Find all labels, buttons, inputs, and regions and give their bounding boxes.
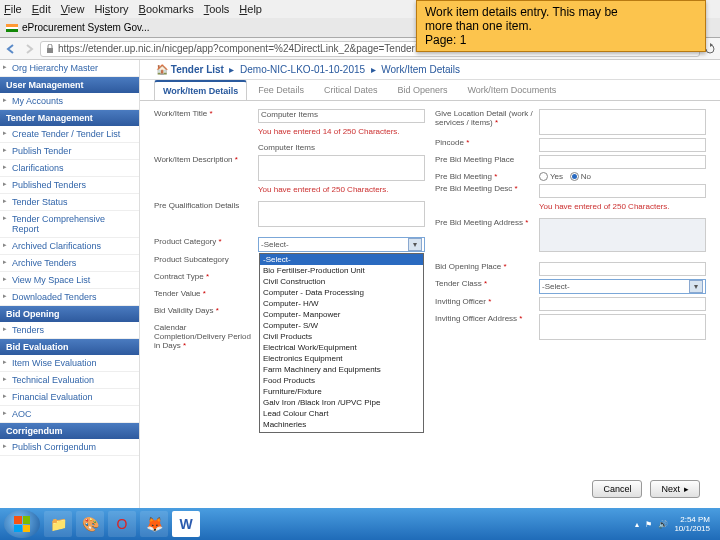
lbl-meet-addr: Pre Bid Meeting Address * — [435, 218, 535, 227]
menu-help[interactable]: Help — [239, 3, 262, 15]
back-icon[interactable] — [4, 42, 18, 56]
dropdown-option[interactable]: Civil Construction — [260, 276, 423, 287]
dropdown-option[interactable]: Food Products — [260, 375, 423, 386]
chevron-down-icon[interactable]: ▾ — [408, 238, 422, 251]
sidebar-item[interactable]: Publish Tender — [0, 143, 139, 160]
sidebar-item[interactable]: Downloaded Tenders — [0, 289, 139, 306]
menu-history[interactable]: History — [94, 3, 128, 15]
input-work-desc[interactable] — [258, 155, 425, 181]
input-pincode[interactable] — [539, 138, 706, 152]
menu-file[interactable]: FFileile — [4, 3, 22, 15]
sidebar-item-accounts[interactable]: My Accounts — [0, 93, 139, 110]
sidebar-item[interactable]: Tender Status — [0, 194, 139, 211]
tab-docs[interactable]: Work/Item Documents — [458, 80, 565, 100]
sidebar-item[interactable]: Tender Comprehensive Report — [0, 211, 139, 238]
forward-icon[interactable] — [22, 42, 36, 56]
dropdown-option[interactable]: Civil Products — [260, 331, 423, 342]
taskbar-opera-icon[interactable]: O — [108, 511, 136, 537]
tab-title: eProcurement System Gov... — [22, 22, 150, 33]
next-button[interactable]: Next ▸ — [650, 480, 700, 498]
lbl-off-addr: Inviting Officer Address * — [435, 314, 535, 323]
sidebar-item[interactable]: Archived Clarifications — [0, 238, 139, 255]
start-button[interactable] — [4, 510, 40, 538]
lbl-tvalue: Tender Value * — [154, 289, 254, 298]
input-off-addr[interactable] — [539, 314, 706, 340]
dropdown-option[interactable]: Computer- S/W — [260, 320, 423, 331]
windows-taskbar: 📁 🎨 O 🦊 W ▴ ⚑ 🔊 2:54 PM 10/1/2015 — [0, 508, 720, 540]
prodcat-dropdown: -Select-Bio Fertiliser-Production UnitCi… — [259, 253, 424, 433]
input-meet-desc[interactable] — [539, 184, 706, 198]
cancel-button[interactable]: Cancel — [592, 480, 642, 498]
dropdown-option[interactable]: Farm Machinery and Equipments — [260, 364, 423, 375]
lbl-prequal: Pre Qualification Details — [154, 201, 254, 210]
dropdown-option[interactable]: Lead Colour Chart — [260, 408, 423, 419]
taskbar-explorer-icon[interactable]: 📁 — [44, 511, 72, 537]
form-tabs: Work/Item Details Fee Details Critical D… — [140, 80, 720, 101]
radio-yes[interactable] — [539, 172, 548, 181]
sidebar-item[interactable]: AOC — [0, 406, 139, 423]
lbl-prebid-meet: Pre Bid Meeting * — [435, 172, 535, 181]
select-prodcat[interactable]: -Select-▾ -Select-Bio Fertiliser-Product… — [258, 237, 425, 252]
tab-fee[interactable]: Fee Details — [249, 80, 313, 100]
tab-openers[interactable]: Bid Openers — [388, 80, 456, 100]
sidebar-item-org[interactable]: Org Hierarchy Master — [0, 60, 139, 77]
taskbar-firefox-icon[interactable]: 🦊 — [140, 511, 168, 537]
lbl-meet-desc: Pre Bid Meeting Desc * — [435, 184, 535, 193]
dropdown-option[interactable]: Bio Fertiliser-Production Unit — [260, 265, 423, 276]
lbl-work-desc: Work/Item Description * — [154, 155, 254, 164]
dropdown-option[interactable]: Computer- Manpower — [260, 309, 423, 320]
sidebar-head-bideval: Bid Evaluation — [0, 339, 139, 355]
main-panel: 🏠 Tender List ▸ Demo-NIC-LKO-01-10-2015 … — [140, 60, 720, 508]
taskbar-word-icon[interactable]: W — [172, 511, 200, 537]
input-open-place[interactable] — [539, 262, 706, 276]
tab-work-item[interactable]: Work/Item Details — [154, 80, 247, 100]
input-prequal[interactable] — [258, 201, 425, 227]
input-work-title[interactable]: Computer Items — [258, 109, 425, 123]
tray-speaker-icon[interactable]: 🔊 — [658, 520, 668, 529]
sidebar-item[interactable]: View My Space List — [0, 272, 139, 289]
sidebar-item[interactable]: Publish Corrigendum — [0, 439, 139, 456]
dropdown-option[interactable]: Computer- H/W — [260, 298, 423, 309]
dropdown-option[interactable]: Mechanics Engineering Items — [260, 430, 423, 433]
sidebar-item[interactable]: Create Tender / Tender List — [0, 126, 139, 143]
select-tclass[interactable]: -Select-▾ — [539, 279, 706, 294]
dropdown-option[interactable]: -Select- — [260, 254, 423, 265]
sidebar-item[interactable]: Technical Evaluation — [0, 372, 139, 389]
sidebar-item[interactable]: Item Wise Evaluation — [0, 355, 139, 372]
menu-bookmarks[interactable]: Bookmarks — [139, 3, 194, 15]
radio-no[interactable] — [570, 172, 579, 181]
lbl-officer: Inviting Officer * — [435, 297, 535, 306]
tab-dates[interactable]: Critical Dates — [315, 80, 387, 100]
lbl-pincode: Pincode * — [435, 138, 535, 147]
annotation-callout: Work item details entry. This may be mor… — [416, 0, 706, 52]
dropdown-option[interactable]: Computer - Data Processing — [260, 287, 423, 298]
dropdown-option[interactable]: Furniture/Fixture — [260, 386, 423, 397]
input-prebid-place[interactable] — [539, 155, 706, 169]
input-officer[interactable] — [539, 297, 706, 311]
tray-flag-icon[interactable]: ⚑ — [645, 520, 652, 529]
sidebar-item[interactable]: Published Tenders — [0, 177, 139, 194]
menu-view[interactable]: View — [61, 3, 85, 15]
input-location[interactable] — [539, 109, 706, 135]
sidebar-item[interactable]: Clarifications — [0, 160, 139, 177]
sidebar-item-tenders[interactable]: Tenders — [0, 322, 139, 339]
dropdown-option[interactable]: Machineries — [260, 419, 423, 430]
input-meet-addr[interactable] — [539, 218, 706, 252]
sidebar-item[interactable]: Financial Evaluation — [0, 389, 139, 406]
svg-rect-0 — [47, 48, 53, 53]
dropdown-option[interactable]: Electronics Equipment — [260, 353, 423, 364]
dropdown-option[interactable]: Galv Iron /Black Iron /UPVC Pipe — [260, 397, 423, 408]
lbl-prebid-place: Pre Bid Meeting Place — [435, 155, 535, 164]
sidebar-item[interactable]: Archive Tenders — [0, 255, 139, 272]
menu-edit[interactable]: Edit — [32, 3, 51, 15]
dropdown-option[interactable]: Electrical Work/Equipment — [260, 342, 423, 353]
lbl-delivery: Calendar Completion/Delivery Period in D… — [154, 323, 254, 350]
tray-up-icon[interactable]: ▴ — [635, 520, 639, 529]
taskbar-paint-icon[interactable]: 🎨 — [76, 511, 104, 537]
hint-desc-chars: You have entered of 250 Characters. — [154, 184, 425, 198]
menu-tools[interactable]: Tools — [204, 3, 230, 15]
system-tray[interactable]: ▴ ⚑ 🔊 2:54 PM 10/1/2015 — [635, 515, 716, 533]
sidebar-head-corr: Corrigendum — [0, 423, 139, 439]
sidebar: Org Hierarchy Master User Management My … — [0, 60, 140, 508]
lbl-bidvalid: Bid Validity Days * — [154, 306, 254, 315]
